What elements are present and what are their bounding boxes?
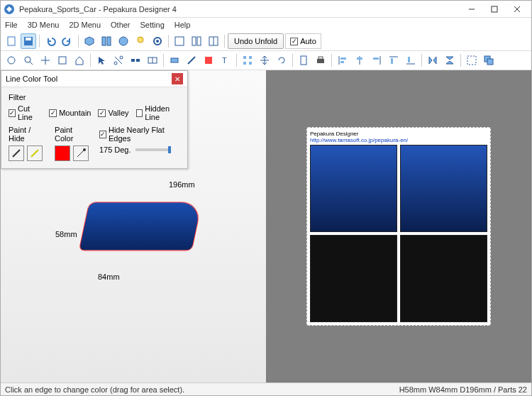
titlebar: Pepakura_Sports_Car - Pepakura Designer … (1, 1, 531, 18)
undo-icon[interactable] (43, 33, 58, 49)
svg-rect-9 (107, 37, 111, 45)
dim-height: 58mm (55, 230, 77, 238)
redo-icon[interactable] (60, 33, 75, 49)
dim-length: 196mm (169, 180, 195, 189)
align-top-icon[interactable] (386, 53, 401, 68)
save-icon[interactable] (21, 33, 36, 49)
svg-rect-47 (373, 57, 379, 60)
group-icon[interactable] (481, 53, 497, 68)
menu-help[interactable]: Help (174, 21, 191, 29)
svg-rect-40 (318, 57, 323, 59)
svg-point-13 (156, 40, 159, 43)
print-icon[interactable] (313, 53, 328, 68)
unfold-icon[interactable] (99, 33, 114, 49)
deg-slider[interactable] (135, 148, 171, 151)
text-icon[interactable]: T (218, 53, 233, 68)
deg-label: 175 Deg. (99, 145, 131, 154)
view-split-icon[interactable] (189, 33, 204, 49)
edge-icon[interactable] (184, 53, 199, 68)
arrange-icon[interactable] (240, 53, 255, 68)
svg-rect-51 (408, 57, 410, 62)
panel-close-button[interactable]: ✕ (172, 73, 183, 84)
hide-tool-button[interactable] (27, 145, 43, 161)
align-right-icon[interactable] (369, 53, 384, 68)
hide-flat-checkbox[interactable]: ✓Hide Nearly Flat Edges (99, 126, 180, 143)
view-2d[interactable]: Pepakura Designer http://www.tamasoft.co… (266, 70, 531, 383)
svg-point-25 (120, 56, 123, 59)
color-icon[interactable] (201, 53, 216, 68)
texture-icon[interactable] (116, 33, 131, 49)
menu-other[interactable]: Other (111, 21, 131, 29)
svg-rect-35 (249, 56, 252, 59)
svg-rect-7 (26, 38, 31, 40)
move-icon[interactable] (257, 53, 272, 68)
flap-icon[interactable] (167, 53, 182, 68)
view-2d-icon[interactable] (206, 33, 221, 49)
menu-file[interactable]: File (5, 21, 18, 29)
svg-line-57 (77, 150, 84, 157)
hidden-line-checkbox[interactable]: Hidden Line (136, 104, 180, 121)
page-icon[interactable] (296, 53, 311, 68)
view-3d-icon[interactable] (172, 33, 187, 49)
cursor-icon[interactable] (94, 53, 109, 68)
cube-icon[interactable] (82, 33, 97, 49)
svg-rect-14 (175, 37, 184, 45)
panel-title: Line Color Tool (6, 75, 172, 83)
eyedropper-button[interactable] (73, 145, 89, 161)
maximize-button[interactable] (483, 1, 506, 17)
menu-2d[interactable]: 2D Menu (69, 21, 101, 29)
zoom-icon[interactable] (21, 53, 36, 68)
svg-rect-38 (301, 56, 306, 65)
toolbar-row-2: T (1, 51, 531, 70)
svg-point-11 (138, 37, 143, 43)
color-swatch[interactable] (55, 145, 70, 161)
home-icon[interactable] (72, 53, 87, 68)
svg-point-20 (25, 57, 31, 62)
gear-icon[interactable] (150, 33, 165, 49)
align-left-icon[interactable] (335, 53, 350, 68)
svg-rect-36 (243, 62, 246, 65)
pan-icon[interactable] (38, 53, 53, 68)
light-icon[interactable] (133, 33, 148, 49)
rotate2d-icon[interactable] (274, 53, 289, 68)
menu-setting[interactable]: Setting (140, 21, 165, 29)
unfold-sheet: Pepakura Designer http://www.tamasoft.co… (306, 127, 491, 326)
paint-tool-button[interactable] (9, 145, 24, 161)
part-piece (310, 145, 397, 232)
auto-checkbox[interactable]: ✓ Auto (285, 33, 321, 49)
cut-icon[interactable] (111, 53, 126, 68)
join-icon[interactable] (128, 53, 143, 68)
menu-3d[interactable]: 3D Menu (28, 21, 60, 29)
status-left: Click an edge to change color (drag for … (5, 385, 399, 394)
svg-point-10 (119, 37, 128, 45)
valley-checkbox[interactable]: ✓Valley (98, 104, 128, 121)
cut-line-checkbox[interactable]: ✓Cut Line (9, 104, 42, 121)
flip-v-icon[interactable] (442, 53, 458, 68)
mountain-checkbox[interactable]: ✓Mountain (49, 104, 91, 121)
svg-rect-54 (487, 59, 493, 65)
flip-h-icon[interactable] (425, 53, 440, 68)
svg-point-58 (83, 148, 86, 151)
line-color-tool-panel: Line Color Tool ✕ Filter ✓Cut Line ✓Moun… (1, 70, 188, 169)
svg-line-55 (13, 150, 20, 157)
svg-rect-2 (492, 6, 497, 12)
fit-icon[interactable] (55, 53, 70, 68)
statusbar: Click an edge to change color (drag for … (1, 383, 531, 395)
svg-rect-49 (391, 58, 393, 64)
minimize-button[interactable] (460, 1, 483, 17)
svg-rect-45 (357, 57, 362, 60)
filter-label: Filter (9, 93, 180, 101)
status-right: H58mm W84mm D196mm / Parts 22 (399, 385, 527, 394)
svg-rect-15 (192, 37, 196, 45)
paint-hide-label: Paint / Hide (9, 126, 45, 143)
divide-icon[interactable] (145, 53, 160, 68)
close-button[interactable] (506, 1, 528, 17)
window-title: Pepakura_Sports_Car - Pepakura Designer … (19, 5, 460, 13)
paint-color-label: Paint Color (55, 126, 89, 143)
align-bottom-icon[interactable] (403, 53, 419, 68)
select-all-icon[interactable] (464, 53, 480, 68)
align-center-icon[interactable] (352, 53, 367, 68)
new-icon[interactable] (4, 33, 19, 49)
rotate-icon[interactable] (4, 53, 19, 68)
undo-unfold-button[interactable]: Undo Unfold (228, 33, 284, 49)
